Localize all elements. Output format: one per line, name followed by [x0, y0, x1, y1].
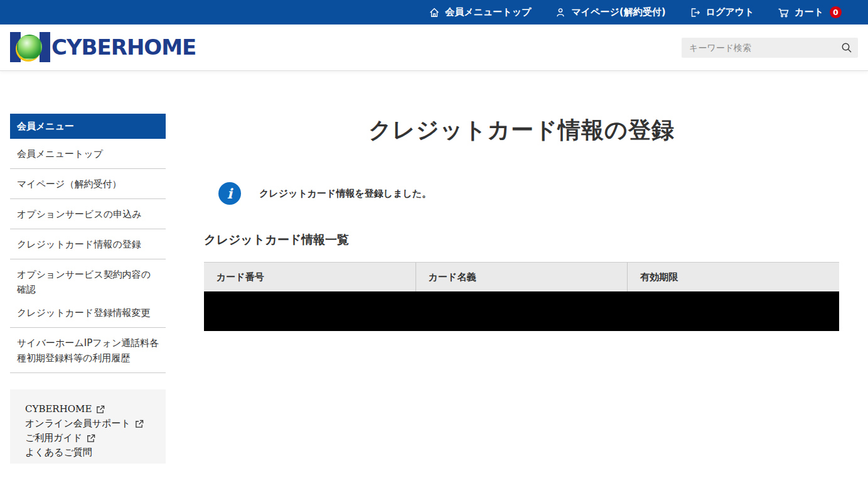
home-icon	[429, 7, 440, 18]
sidebar-item-option-service-apply[interactable]: オプションサービスの申込み	[10, 199, 166, 229]
top-navigation-bar: 会員メニュートップ マイページ(解約受付) ログアウト カート 0	[0, 0, 868, 24]
search-icon	[841, 42, 852, 53]
keyword-search-box	[682, 38, 858, 58]
column-header-expiry: 有効期限	[627, 263, 839, 291]
link-label: オンライン会員サポート	[25, 416, 131, 431]
column-header-card-holder: カード名義	[415, 263, 628, 291]
link-label: よくあるご質問	[25, 445, 92, 460]
sidebar-item-option-contract-confirm[interactable]: オプションサービス契約内容の確認	[10, 259, 166, 298]
notice-text: クレジットカード情報を登録しました。	[259, 188, 431, 200]
nav-my-page[interactable]: マイページ(解約受付)	[555, 6, 665, 18]
sidebar-item-credit-card-change[interactable]: クレジットカード登録情報変更	[10, 298, 166, 328]
main-content: クレジットカード情報の登録 i クレジットカード情報を登録しました。 クレジット…	[204, 100, 839, 331]
nav-logout[interactable]: ログアウト	[690, 6, 754, 18]
sidebar-item-member-menu-top[interactable]: 会員メニュートップ	[10, 139, 166, 169]
link-online-member-support[interactable]: オンライン会員サポート	[25, 416, 166, 431]
sidebar-links-box: CYBERHOME オンライン会員サポート ご利用ガイド よくあるご質問	[10, 389, 166, 464]
search-input[interactable]	[682, 38, 835, 58]
external-link-icon	[95, 405, 105, 414]
link-user-guide[interactable]: ご利用ガイド	[25, 431, 166, 445]
sidebar-header: 会員メニュー	[10, 114, 166, 139]
logo-text: CYBERHOME	[51, 35, 196, 60]
search-button[interactable]	[835, 38, 858, 58]
nav-label: ログアウト	[706, 6, 754, 18]
credit-card-table: カード番号 カード名義 有効期限	[204, 262, 839, 331]
table-header-row: カード番号 カード名義 有効期限	[204, 263, 839, 291]
cyberhome-logo[interactable]: CYBERHOME	[10, 32, 196, 62]
sidebar-item-credit-card-register[interactable]: クレジットカード情報の登録	[10, 229, 166, 259]
cart-icon	[778, 7, 790, 18]
member-menu-sidebar: 会員メニュー 会員メニュートップ マイページ（解約受付） オプションサービスの申…	[10, 114, 166, 373]
page-title: クレジットカード情報の登録	[204, 115, 839, 146]
link-label: CYBERHOME	[25, 402, 92, 416]
nav-label: カート	[795, 6, 823, 18]
redacted-table-row	[204, 291, 839, 331]
sidebar-item-my-page[interactable]: マイページ（解約受付）	[10, 169, 166, 199]
link-label: ご利用ガイド	[25, 431, 82, 445]
user-icon	[555, 7, 566, 18]
external-link-icon	[134, 419, 144, 428]
nav-member-menu-top[interactable]: 会員メニュートップ	[429, 6, 531, 18]
card-list-section-title: クレジットカード情報一覧	[204, 232, 839, 248]
success-notice: i クレジットカード情報を登録しました。	[218, 182, 839, 205]
logout-icon	[690, 7, 701, 18]
logo-mark-icon	[10, 32, 50, 62]
link-faq[interactable]: よくあるご質問	[25, 445, 166, 460]
external-link-icon	[86, 433, 95, 443]
sidebar-item-ip-phone-history[interactable]: サイバーホームIPフォン通話料各種初期登録料等の利用履歴	[10, 328, 166, 373]
nav-cart[interactable]: カート 0	[778, 6, 842, 18]
info-icon: i	[218, 182, 241, 205]
cart-count-badge: 0	[830, 6, 842, 18]
site-header: CYBERHOME	[0, 24, 868, 71]
nav-label: マイページ(解約受付)	[571, 6, 665, 18]
column-header-card-number: カード番号	[204, 263, 415, 291]
page: 会員メニュートップ マイページ(解約受付) ログアウト カート 0	[0, 0, 868, 478]
link-cyberhome[interactable]: CYBERHOME	[25, 402, 166, 416]
nav-label: 会員メニュートップ	[445, 6, 531, 18]
